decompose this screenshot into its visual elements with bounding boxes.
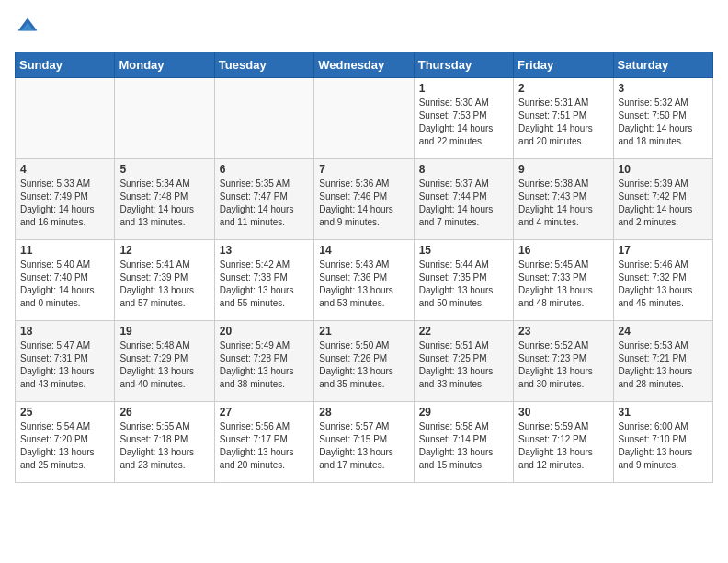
calendar-cell [16, 78, 115, 159]
calendar-cell: 25Sunrise: 5:54 AM Sunset: 7:20 PM Dayli… [16, 402, 115, 483]
day-number: 17 [619, 244, 708, 257]
logo-icon [15, 15, 40, 40]
day-info: Sunrise: 5:34 AM Sunset: 7:48 PM Dayligh… [119, 178, 209, 229]
calendar-week-row: 25Sunrise: 5:54 AM Sunset: 7:20 PM Dayli… [16, 402, 713, 483]
calendar-cell: 18Sunrise: 5:47 AM Sunset: 7:31 PM Dayli… [16, 321, 115, 402]
day-info: Sunrise: 5:33 AM Sunset: 7:49 PM Dayligh… [20, 178, 109, 229]
calendar-cell: 8Sunrise: 5:37 AM Sunset: 7:44 PM Daylig… [414, 159, 513, 240]
day-header-monday: Monday [115, 52, 214, 78]
day-info: Sunrise: 5:35 AM Sunset: 7:47 PM Dayligh… [220, 178, 309, 229]
calendar-cell: 14Sunrise: 5:43 AM Sunset: 7:36 PM Dayli… [314, 240, 414, 321]
calendar-cell: 23Sunrise: 5:52 AM Sunset: 7:23 PM Dayli… [514, 321, 613, 402]
day-number: 18 [20, 325, 109, 338]
calendar-cell: 19Sunrise: 5:48 AM Sunset: 7:29 PM Dayli… [115, 321, 214, 402]
calendar-cell: 17Sunrise: 5:46 AM Sunset: 7:32 PM Dayli… [613, 240, 712, 321]
day-header-wednesday: Wednesday [314, 52, 414, 78]
calendar-cell: 6Sunrise: 5:35 AM Sunset: 7:47 PM Daylig… [214, 159, 313, 240]
day-info: Sunrise: 5:39 AM Sunset: 7:42 PM Dayligh… [619, 178, 708, 229]
page-header [15, 15, 713, 40]
day-number: 1 [419, 82, 508, 95]
calendar-cell [115, 78, 214, 159]
calendar-week-row: 11Sunrise: 5:40 AM Sunset: 7:40 PM Dayli… [16, 240, 713, 321]
day-number: 20 [220, 325, 309, 338]
day-info: Sunrise: 5:32 AM Sunset: 7:50 PM Dayligh… [619, 97, 708, 148]
calendar-cell: 29Sunrise: 5:58 AM Sunset: 7:14 PM Dayli… [414, 402, 513, 483]
calendar-cell: 24Sunrise: 5:53 AM Sunset: 7:21 PM Dayli… [613, 321, 712, 402]
day-info: Sunrise: 5:42 AM Sunset: 7:38 PM Dayligh… [220, 259, 309, 310]
day-info: Sunrise: 5:56 AM Sunset: 7:17 PM Dayligh… [220, 420, 309, 472]
calendar-cell: 26Sunrise: 5:55 AM Sunset: 7:18 PM Dayli… [115, 402, 214, 483]
calendar-table: SundayMondayTuesdayWednesdayThursdayFrid… [15, 52, 713, 483]
day-info: Sunrise: 5:41 AM Sunset: 7:39 PM Dayligh… [119, 259, 209, 310]
day-info: Sunrise: 5:38 AM Sunset: 7:43 PM Dayligh… [518, 178, 608, 229]
day-info: Sunrise: 5:57 AM Sunset: 7:15 PM Dayligh… [319, 420, 408, 472]
logo [15, 15, 44, 40]
day-number: 22 [419, 325, 508, 338]
day-info: Sunrise: 5:31 AM Sunset: 7:51 PM Dayligh… [518, 97, 608, 148]
day-number: 24 [619, 325, 708, 338]
day-number: 8 [419, 163, 508, 176]
calendar-cell: 15Sunrise: 5:44 AM Sunset: 7:35 PM Dayli… [414, 240, 513, 321]
day-info: Sunrise: 5:45 AM Sunset: 7:33 PM Dayligh… [518, 259, 608, 310]
day-info: Sunrise: 5:55 AM Sunset: 7:18 PM Dayligh… [119, 420, 209, 472]
day-number: 16 [518, 244, 608, 257]
calendar-cell: 9Sunrise: 5:38 AM Sunset: 7:43 PM Daylig… [514, 159, 613, 240]
day-number: 28 [319, 406, 408, 419]
day-header-thursday: Thursday [414, 52, 513, 78]
day-info: Sunrise: 5:50 AM Sunset: 7:26 PM Dayligh… [319, 339, 408, 391]
day-number: 9 [518, 163, 608, 176]
day-info: Sunrise: 5:53 AM Sunset: 7:21 PM Dayligh… [619, 339, 708, 391]
calendar-cell: 5Sunrise: 5:34 AM Sunset: 7:48 PM Daylig… [115, 159, 214, 240]
day-info: Sunrise: 5:52 AM Sunset: 7:23 PM Dayligh… [518, 339, 608, 391]
day-info: Sunrise: 5:36 AM Sunset: 7:46 PM Dayligh… [319, 178, 408, 229]
calendar-cell: 31Sunrise: 6:00 AM Sunset: 7:10 PM Dayli… [613, 402, 712, 483]
day-number: 27 [220, 406, 309, 419]
day-header-friday: Friday [514, 52, 613, 78]
day-info: Sunrise: 5:58 AM Sunset: 7:14 PM Dayligh… [419, 420, 508, 472]
day-number: 25 [20, 406, 109, 419]
day-info: Sunrise: 5:59 AM Sunset: 7:12 PM Dayligh… [518, 420, 608, 472]
day-info: Sunrise: 5:51 AM Sunset: 7:25 PM Dayligh… [419, 339, 508, 391]
calendar-cell [314, 78, 414, 159]
day-number: 2 [518, 82, 608, 95]
calendar-cell: 4Sunrise: 5:33 AM Sunset: 7:49 PM Daylig… [16, 159, 115, 240]
calendar-cell: 12Sunrise: 5:41 AM Sunset: 7:39 PM Dayli… [115, 240, 214, 321]
day-info: Sunrise: 5:49 AM Sunset: 7:28 PM Dayligh… [220, 339, 309, 391]
calendar-cell: 28Sunrise: 5:57 AM Sunset: 7:15 PM Dayli… [314, 402, 414, 483]
day-number: 11 [20, 244, 109, 257]
day-number: 7 [319, 163, 408, 176]
day-number: 3 [619, 82, 708, 95]
calendar-cell: 11Sunrise: 5:40 AM Sunset: 7:40 PM Dayli… [16, 240, 115, 321]
day-info: Sunrise: 5:30 AM Sunset: 7:53 PM Dayligh… [419, 97, 508, 148]
calendar-cell: 22Sunrise: 5:51 AM Sunset: 7:25 PM Dayli… [414, 321, 513, 402]
day-number: 14 [319, 244, 408, 257]
day-info: Sunrise: 5:43 AM Sunset: 7:36 PM Dayligh… [319, 259, 408, 310]
calendar-week-row: 18Sunrise: 5:47 AM Sunset: 7:31 PM Dayli… [16, 321, 713, 402]
day-number: 23 [518, 325, 608, 338]
calendar-cell: 1Sunrise: 5:30 AM Sunset: 7:53 PM Daylig… [414, 78, 513, 159]
calendar-cell: 3Sunrise: 5:32 AM Sunset: 7:50 PM Daylig… [613, 78, 712, 159]
day-number: 15 [419, 244, 508, 257]
calendar-week-row: 4Sunrise: 5:33 AM Sunset: 7:49 PM Daylig… [16, 159, 713, 240]
calendar-header-row: SundayMondayTuesdayWednesdayThursdayFrid… [16, 52, 713, 78]
day-info: Sunrise: 5:48 AM Sunset: 7:29 PM Dayligh… [119, 339, 209, 391]
day-number: 6 [220, 163, 309, 176]
calendar-cell: 10Sunrise: 5:39 AM Sunset: 7:42 PM Dayli… [613, 159, 712, 240]
calendar-week-row: 1Sunrise: 5:30 AM Sunset: 7:53 PM Daylig… [16, 78, 713, 159]
day-header-saturday: Saturday [613, 52, 712, 78]
day-info: Sunrise: 5:46 AM Sunset: 7:32 PM Dayligh… [619, 259, 708, 310]
calendar-cell: 2Sunrise: 5:31 AM Sunset: 7:51 PM Daylig… [514, 78, 613, 159]
day-number: 26 [119, 406, 209, 419]
day-number: 29 [419, 406, 508, 419]
day-info: Sunrise: 6:00 AM Sunset: 7:10 PM Dayligh… [619, 420, 708, 472]
day-header-tuesday: Tuesday [214, 52, 313, 78]
day-number: 13 [220, 244, 309, 257]
day-number: 5 [119, 163, 209, 176]
day-number: 12 [119, 244, 209, 257]
day-number: 30 [518, 406, 608, 419]
day-number: 31 [619, 406, 708, 419]
day-info: Sunrise: 5:54 AM Sunset: 7:20 PM Dayligh… [20, 420, 109, 472]
calendar-cell: 13Sunrise: 5:42 AM Sunset: 7:38 PM Dayli… [214, 240, 313, 321]
calendar-cell: 27Sunrise: 5:56 AM Sunset: 7:17 PM Dayli… [214, 402, 313, 483]
day-info: Sunrise: 5:44 AM Sunset: 7:35 PM Dayligh… [419, 259, 508, 310]
